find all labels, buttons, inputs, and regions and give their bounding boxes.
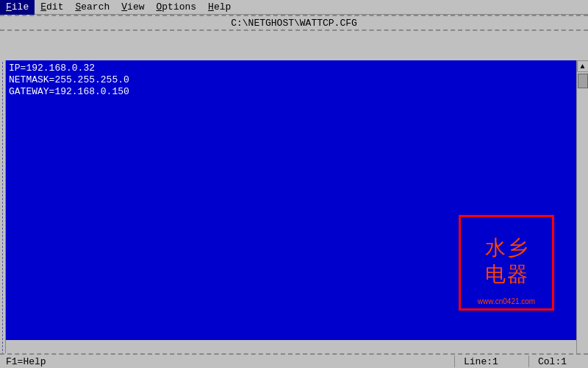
gutter-line: [2, 62, 3, 368]
editor-line: [9, 309, 573, 321]
statusbar: F1=Help Line:1 Col:1: [0, 353, 588, 368]
file-path: C:\NETGHOST\WATTCP.CFG: [228, 18, 360, 29]
editor-line: [9, 97, 573, 109]
editor-line: [9, 144, 573, 156]
right-scrollbar[interactable]: ▲ ▼: [576, 60, 588, 368]
editor-line: GATEWAY=192.168.0.150: [9, 85, 573, 97]
menu-options[interactable]: Options: [150, 0, 202, 15]
editor-line: [9, 168, 573, 180]
status-line-info: Line:1: [455, 356, 528, 367]
left-gutter: [0, 60, 6, 368]
editor-line: [9, 156, 573, 168]
watermark: 水 乡 电 器 www.cn0421.com: [459, 215, 554, 311]
editor-line: [9, 203, 573, 215]
editor-line: NETMASK=255.255.255.0: [9, 74, 573, 85]
menu-search[interactable]: Search: [69, 0, 115, 15]
menu-help[interactable]: Help: [202, 0, 237, 15]
menubar: File Edit Search View Options Help: [0, 0, 588, 15]
watermark-url: www.cn0421.com: [478, 297, 535, 305]
editor-line: [9, 321, 573, 333]
editor-area[interactable]: IP=192.168.0.32 NETMASK=255.255.255.0 GA…: [6, 60, 576, 340]
watermark-chars: 水 乡 电 器: [485, 237, 528, 288]
editor-line: [9, 121, 573, 132]
editor-line: [9, 109, 573, 121]
title-area: C:\NETGHOST\WATTCP.CFG: [0, 16, 588, 31]
scroll-thumb[interactable]: [578, 74, 588, 88]
status-col-info: Col:1: [529, 356, 588, 367]
editor-line: [9, 333, 573, 340]
menu-file[interactable]: File: [0, 0, 35, 15]
status-help: F1=Help: [0, 356, 454, 367]
menu-edit[interactable]: Edit: [35, 0, 69, 15]
editor-line: [9, 132, 573, 144]
menu-view[interactable]: View: [115, 0, 150, 15]
editor-container: IP=192.168.0.32 NETMASK=255.255.255.0 GA…: [0, 31, 588, 355]
scroll-up-button[interactable]: ▲: [577, 60, 589, 72]
watermark-inner: 水 乡 电 器 www.cn0421.com: [461, 217, 552, 308]
editor-line: [9, 191, 573, 203]
editor-line: [9, 180, 573, 191]
editor-line: IP=192.168.0.32: [9, 62, 573, 74]
